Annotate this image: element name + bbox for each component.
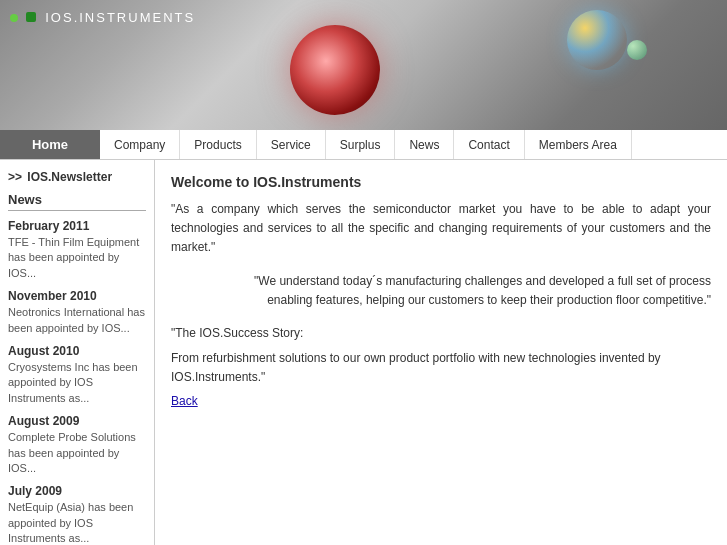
- page-content: Welcome to IOS.Instruments "As a company…: [155, 160, 727, 545]
- logo-text: IOS.INSTRUMENTS: [45, 10, 195, 25]
- news-text-4: NetEquip (Asia) has been appointed by IO…: [8, 500, 146, 545]
- header: IOS.INSTRUMENTS: [0, 0, 727, 130]
- main-content: IOS.Newsletter News February 2011 TFE - …: [0, 160, 727, 545]
- sidebar: IOS.Newsletter News February 2011 TFE - …: [0, 160, 155, 545]
- news-date-3: August 2009: [8, 414, 146, 428]
- nav-item-contact[interactable]: Contact: [454, 130, 524, 159]
- decorative-orb-main: [290, 25, 380, 115]
- story-title: "The IOS.Success Story:: [171, 324, 711, 343]
- nav-item-service[interactable]: Service: [257, 130, 326, 159]
- news-text-0: TFE - Thin Film Equipment has been appoi…: [8, 235, 146, 281]
- decorative-orb-small: [627, 40, 647, 60]
- news-item-1: November 2010 Neotronics International h…: [8, 289, 146, 336]
- news-item-4: July 2009 NetEquip (Asia) has been appoi…: [8, 484, 146, 545]
- news-date-4: July 2009: [8, 484, 146, 498]
- page-title: Welcome to IOS.Instruments: [171, 174, 711, 190]
- news-item-2: August 2010 Cryosystems Inc has been app…: [8, 344, 146, 406]
- nav-item-products[interactable]: Products: [180, 130, 256, 159]
- newsletter-link[interactable]: IOS.Newsletter: [8, 170, 146, 184]
- nav-item-surplus[interactable]: Surplus: [326, 130, 396, 159]
- news-text-3: Complete Probe Solutions has been appoin…: [8, 430, 146, 476]
- sidebar-news-title: News: [8, 192, 146, 211]
- back-link[interactable]: Back: [171, 394, 198, 408]
- nav-item-company[interactable]: Company: [100, 130, 180, 159]
- news-date-2: August 2010: [8, 344, 146, 358]
- nav-item-news[interactable]: News: [395, 130, 454, 159]
- news-text-1: Neotronics International has been appoin…: [8, 305, 146, 336]
- news-text-2: Cryosystems Inc has been appointed by IO…: [8, 360, 146, 406]
- logo: IOS.INSTRUMENTS: [10, 10, 195, 25]
- nav-item-home[interactable]: Home: [0, 130, 100, 159]
- story-text: From refurbishment solutions to our own …: [171, 349, 711, 387]
- quote-1: "As a company which serves the semicondu…: [171, 200, 711, 258]
- news-item-0: February 2011 TFE - Thin Film Equipment …: [8, 219, 146, 281]
- news-item-3: August 2009 Complete Probe Solutions has…: [8, 414, 146, 476]
- navigation: Home Company Products Service Surplus Ne…: [0, 130, 727, 160]
- logo-dot-light: [10, 14, 18, 22]
- news-date-0: February 2011: [8, 219, 146, 233]
- news-date-1: November 2010: [8, 289, 146, 303]
- logo-dot-dark: [26, 12, 36, 22]
- nav-item-members-area[interactable]: Members Area: [525, 130, 632, 159]
- decorative-orb-lens: [567, 10, 627, 70]
- quote-2: "We understand today´s manufacturing cha…: [171, 272, 711, 310]
